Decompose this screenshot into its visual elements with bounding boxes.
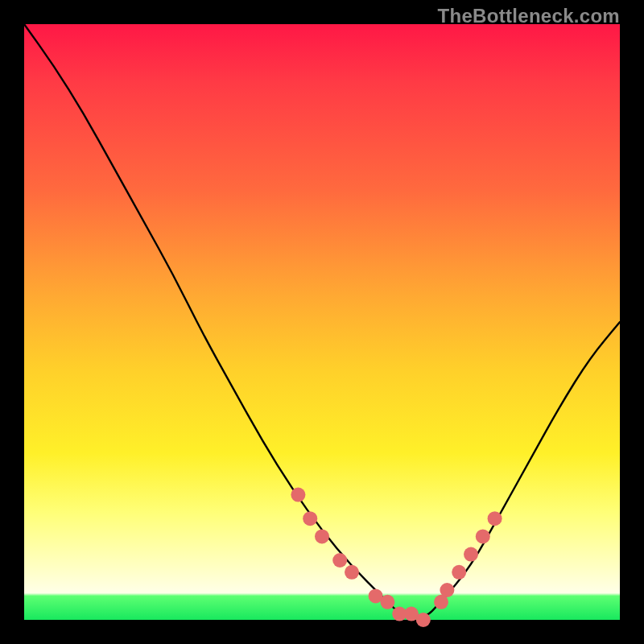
chart-plot-area <box>24 24 620 620</box>
highlight-dot <box>315 529 329 543</box>
highlight-dot <box>464 547 478 562</box>
chart-frame: TheBottleneck.com <box>0 0 644 644</box>
bottleneck-curve <box>24 24 620 617</box>
highlight-dot <box>452 565 466 580</box>
highlight-dot <box>488 511 502 526</box>
highlight-dot <box>332 553 347 568</box>
highlight-dot <box>416 613 431 627</box>
highlight-dot <box>303 511 317 526</box>
highlight-dot <box>476 529 490 543</box>
highlight-dots-group <box>291 488 502 627</box>
highlight-dot <box>345 565 359 580</box>
highlight-dot <box>291 488 305 502</box>
watermark-text: TheBottleneck.com <box>438 5 620 27</box>
highlight-dot <box>380 595 394 609</box>
highlight-dot <box>440 583 454 597</box>
chart-svg <box>24 24 620 620</box>
